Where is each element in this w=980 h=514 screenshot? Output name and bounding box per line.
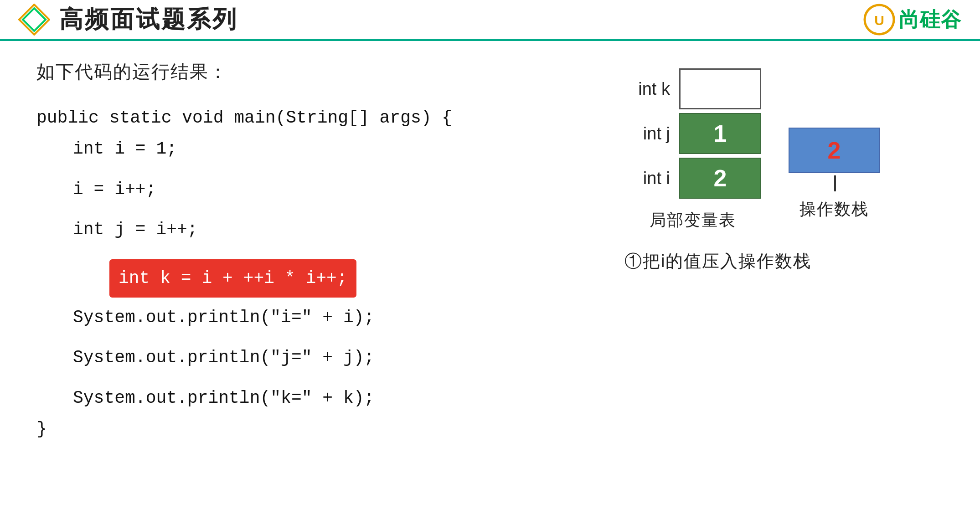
var-row-k: int k bbox=[624, 68, 761, 109]
var-box-k bbox=[679, 68, 761, 109]
main-content: 如下代码的运行结果： public static void main(Strin… bbox=[0, 41, 980, 514]
code-section: 如下代码的运行结果： public static void main(Strin… bbox=[36, 59, 588, 496]
var-row-i: int i 2 bbox=[624, 158, 761, 199]
local-vars-table: int k int j 1 int i 2 局部 bbox=[624, 68, 761, 231]
header-left: 高频面试题系列 bbox=[18, 4, 238, 36]
var-label-i: int i bbox=[624, 169, 670, 188]
code-text-print-j: System.out.println("j=" + j); bbox=[73, 342, 374, 373]
var-row-j: int j 1 bbox=[624, 113, 761, 154]
stack-box: 2 bbox=[789, 128, 880, 173]
code-line-close: } bbox=[36, 414, 588, 445]
code-text-k-decl: int k = i + ++i * i++; bbox=[109, 259, 356, 298]
header: 高频面试题系列 U 尚硅谷 bbox=[0, 0, 980, 41]
code-line-i-decl: int i = 1; bbox=[36, 134, 588, 164]
code-text-i-assign: i = i++; bbox=[73, 174, 156, 205]
var-label-j: int j bbox=[624, 124, 670, 144]
code-text-close: } bbox=[36, 414, 47, 445]
code-text-print-i: System.out.println("i=" + i); bbox=[73, 302, 374, 333]
operand-stack: 2 操作数栈 bbox=[789, 68, 880, 221]
logo-icon bbox=[18, 4, 50, 36]
code-line-k-decl: int k = i + ++i * i++; bbox=[36, 255, 588, 302]
diagram-section: int k int j 1 int i 2 局部 bbox=[624, 59, 944, 496]
code-line-print-i: System.out.println("i=" + i); bbox=[36, 302, 588, 333]
question-description: 如下代码的运行结果： bbox=[36, 59, 588, 84]
stack-value: 2 bbox=[828, 137, 841, 164]
brand-name: 尚硅谷 bbox=[899, 6, 962, 33]
code-text-main: public static void main(String[] args) { bbox=[36, 103, 452, 134]
stack-label: 操作数栈 bbox=[799, 198, 869, 221]
svg-text:U: U bbox=[874, 13, 884, 28]
code-text-i-decl: int i = 1; bbox=[73, 134, 177, 164]
var-box-i: 2 bbox=[679, 158, 761, 199]
memory-diagram: int k int j 1 int i 2 局部 bbox=[624, 68, 880, 231]
cursor-icon bbox=[834, 175, 836, 191]
page-title: 高频面试题系列 bbox=[59, 4, 238, 36]
var-value-j: 1 bbox=[714, 120, 727, 147]
code-line-print-j: System.out.println("j=" + j); bbox=[36, 342, 588, 373]
var-box-j: 1 bbox=[679, 113, 761, 154]
code-line-i-assign: i = i++; bbox=[36, 174, 588, 205]
var-value-i: 2 bbox=[714, 164, 727, 192]
code-line-j-decl: int j = i++; bbox=[36, 214, 588, 245]
code-text-print-k: System.out.println("k=" + k); bbox=[73, 383, 374, 414]
code-text-j-decl: int j = i++; bbox=[73, 214, 198, 245]
local-vars-label: 局部变量表 bbox=[650, 209, 736, 231]
explanation-text: ①把i的值压入操作数栈 bbox=[624, 250, 811, 273]
code-line-main: public static void main(String[] args) { bbox=[36, 103, 588, 134]
var-label-k: int k bbox=[624, 79, 670, 99]
brand-icon: U bbox=[863, 4, 895, 36]
brand-logo: U 尚硅谷 bbox=[863, 4, 962, 36]
code-block: public static void main(String[] args) {… bbox=[36, 103, 588, 445]
code-line-print-k: System.out.println("k=" + k); bbox=[36, 383, 588, 414]
